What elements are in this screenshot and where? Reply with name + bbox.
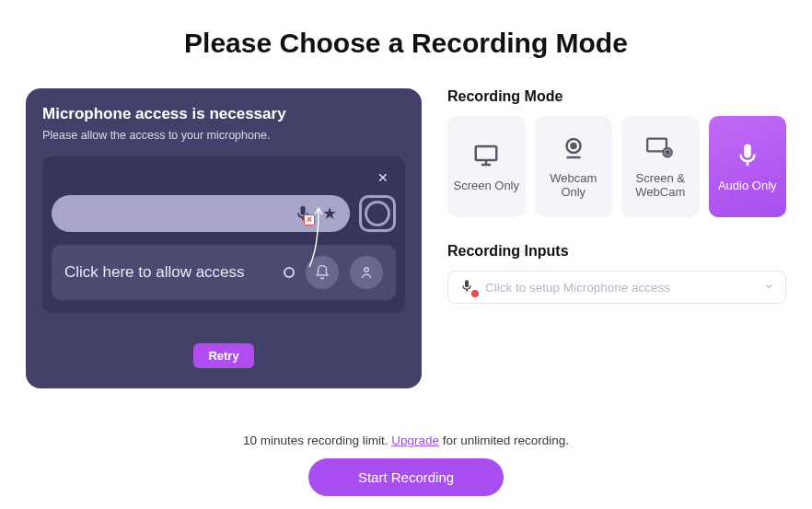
recording-mode-grid: Screen Only Webcam Only Screen & WebCam <box>447 116 786 217</box>
page-title: Please Choose a Recording Mode <box>26 28 786 59</box>
footer-suffix: for unlimited recording. <box>439 434 569 447</box>
url-bar: ★ <box>52 195 350 232</box>
allow-access-text: Click here to allow access <box>64 263 273 282</box>
microphone-icon <box>731 142 764 169</box>
mode-label: Screen & WebCam <box>625 171 696 199</box>
profile-icon <box>359 195 396 232</box>
star-icon: ★ <box>322 203 337 224</box>
monitor-icon <box>470 142 503 169</box>
svg-point-6 <box>667 151 669 154</box>
upgrade-link[interactable]: Upgrade <box>391 434 439 447</box>
svg-point-0 <box>365 268 369 272</box>
webcam-icon <box>557 134 590 162</box>
footer: 10 minutes recording limit. Upgrade for … <box>0 434 812 496</box>
microphone-blocked-icon[interactable] <box>293 203 313 224</box>
mode-webcam-only[interactable]: Webcam Only <box>535 116 613 217</box>
svg-rect-1 <box>476 146 497 160</box>
mic-card-title: Microphone access is necessary <box>42 105 405 123</box>
microphone-access-card: Microphone access is necessary Please al… <box>26 88 422 388</box>
input-select-placeholder: Click to setup Microphone access <box>485 281 670 295</box>
recording-inputs-title: Recording Inputs <box>447 243 786 260</box>
retry-button[interactable]: Retry <box>193 343 253 368</box>
permission-mock-ui: ✕ ★ Click here to allow acc <box>42 156 405 313</box>
person-icon <box>350 256 383 289</box>
mic-card-subtitle: Please allow the access to your micropho… <box>42 129 405 142</box>
chevron-down-icon <box>763 281 774 295</box>
screen-webcam-icon <box>644 134 677 162</box>
allow-access-row: Click here to allow access <box>52 245 396 300</box>
recording-mode-title: Recording Mode <box>447 88 786 105</box>
close-icon[interactable]: ✕ <box>370 168 396 187</box>
mode-screen-webcam[interactable]: Screen & WebCam <box>621 116 700 217</box>
mode-label: Audio Only <box>718 179 777 192</box>
footer-prefix: 10 minutes recording limit. <box>243 434 391 447</box>
mode-label: Screen Only <box>453 179 519 192</box>
mode-audio-only[interactable]: Audio Only <box>709 116 787 217</box>
microphone-small-icon <box>459 279 476 295</box>
mode-label: Webcam Only <box>539 171 609 199</box>
svg-point-3 <box>571 144 575 148</box>
start-recording-button[interactable]: Start Recording <box>308 458 504 496</box>
bell-icon <box>306 256 339 289</box>
mode-screen-only[interactable]: Screen Only <box>447 116 526 217</box>
microphone-input-select[interactable]: Click to setup Microphone access <box>447 271 786 304</box>
